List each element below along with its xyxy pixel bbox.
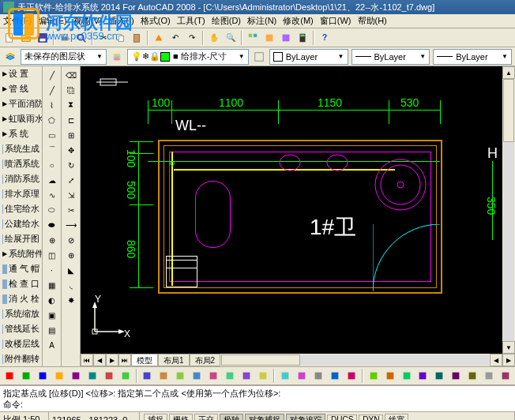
- layer-tool-icon[interactable]: [252, 49, 266, 65]
- line-icon[interactable]: ╱: [44, 68, 60, 82]
- arc-icon[interactable]: ⌒: [44, 143, 60, 157]
- sidebar-item[interactable]: 通 气 帽: [0, 261, 42, 276]
- menu-item[interactable]: 窗口(W): [320, 15, 351, 27]
- sidebar-item[interactable]: 绘展开图: [0, 231, 42, 246]
- sidebar-item[interactable]: 喷洒系统: [0, 156, 42, 171]
- domain-tool-icon[interactable]: [366, 368, 382, 384]
- sidebar-item[interactable]: 排水原理: [0, 186, 42, 201]
- block-icon[interactable]: ◫: [44, 248, 60, 262]
- sidebar-item[interactable]: 消 火 栓: [0, 291, 42, 306]
- trim-icon[interactable]: ✂: [63, 203, 79, 217]
- status-toggle[interactable]: 对象追踪: [286, 414, 325, 421]
- domain-tool-icon[interactable]: [85, 368, 100, 384]
- layer-combo[interactable]: 💡❄🔒 ■ 给排水-尺寸 ▼: [127, 49, 249, 65]
- spline-icon[interactable]: ∿: [44, 188, 60, 202]
- scroll-down-icon[interactable]: ▼: [502, 341, 515, 354]
- circle-icon[interactable]: ○: [44, 158, 60, 172]
- copy-icon[interactable]: [112, 30, 128, 46]
- status-toggle[interactable]: 对象捕捉: [245, 414, 284, 421]
- tool-icon[interactable]: [245, 30, 261, 46]
- domain-tool-icon[interactable]: [255, 368, 271, 384]
- layer-states-icon[interactable]: [110, 49, 124, 65]
- menu-item[interactable]: 修改(M): [283, 15, 314, 27]
- mirror-icon[interactable]: ⧗: [63, 98, 79, 112]
- menu-item[interactable]: 编辑(E): [38, 15, 67, 27]
- domain-tool-icon[interactable]: [18, 368, 34, 384]
- sidebar-item[interactable]: ▶系统附件: [0, 246, 42, 261]
- point-icon[interactable]: ·: [44, 263, 60, 277]
- domain-tool-icon[interactable]: [431, 368, 447, 384]
- menu-item[interactable]: 视图(V): [73, 15, 103, 27]
- ellipse-icon[interactable]: ⬭: [44, 203, 60, 217]
- domain-tool-icon[interactable]: [481, 368, 497, 384]
- cut-icon[interactable]: ✂: [96, 30, 111, 46]
- status-toggle[interactable]: 正交: [194, 414, 218, 421]
- revcloud-icon[interactable]: ☁: [44, 173, 60, 187]
- domain-tool-icon[interactable]: [118, 368, 133, 384]
- polygon-icon[interactable]: ⬠: [44, 113, 60, 127]
- domain-tool-icon[interactable]: [2, 368, 17, 384]
- vertical-scrollbar[interactable]: ▲ ▼: [502, 66, 515, 354]
- menu-item[interactable]: 工具(T): [177, 15, 205, 27]
- hatch-icon[interactable]: ▦: [44, 278, 60, 292]
- sidebar-item[interactable]: ▶设 置: [0, 66, 42, 81]
- save-icon[interactable]: [35, 30, 51, 46]
- command-line[interactable]: 指定基点或 [位移(D)] <位移>: 指定第二个点或 <使用第一个点作为位移>…: [0, 385, 515, 411]
- xline-icon[interactable]: ╱: [44, 83, 60, 97]
- rect-icon[interactable]: ▭: [44, 128, 60, 142]
- calc-icon[interactable]: [295, 30, 310, 46]
- tool3-icon[interactable]: [278, 30, 294, 46]
- scale-icon[interactable]: ⤢: [63, 173, 79, 187]
- linetype-combo[interactable]: ByLayer ▼: [351, 49, 430, 65]
- preview-icon[interactable]: [73, 30, 89, 46]
- domain-tool-icon[interactable]: [189, 368, 205, 384]
- ellipsearc-icon[interactable]: ⬬: [44, 218, 60, 232]
- drawing-area[interactable]: 100 1100 1150 530 WL-- 100 500 860: [81, 66, 515, 366]
- domain-tool-icon[interactable]: [205, 368, 221, 384]
- lineweight-combo[interactable]: ByLayer ▼: [433, 49, 512, 65]
- domain-tool-icon[interactable]: [68, 368, 84, 384]
- layout-tab[interactable]: 布局2: [190, 354, 221, 366]
- sidebar-item[interactable]: 系统缩放: [0, 306, 42, 321]
- status-toggle[interactable]: 极轴: [220, 414, 243, 421]
- sidebar-item[interactable]: 消防系统: [0, 171, 42, 186]
- open-icon[interactable]: [18, 30, 34, 46]
- status-toggle[interactable]: DYN: [359, 414, 383, 420]
- insert-icon[interactable]: ⊕: [44, 233, 60, 247]
- menu-item[interactable]: 标注(N): [247, 15, 276, 27]
- domain-tool-icon[interactable]: [310, 368, 326, 384]
- color-combo[interactable]: ByLayer ▼: [269, 49, 348, 65]
- undo-icon[interactable]: ↶: [167, 30, 183, 46]
- domain-tool-icon[interactable]: [399, 368, 415, 384]
- match-icon[interactable]: [151, 30, 167, 46]
- pline-icon[interactable]: ⌇: [44, 98, 60, 112]
- domain-tool-icon[interactable]: [448, 368, 464, 384]
- layout-tab[interactable]: 模型: [131, 354, 158, 366]
- erase-icon[interactable]: ⌫: [63, 68, 79, 82]
- paste-icon[interactable]: [129, 30, 145, 46]
- join-icon[interactable]: ⊕: [63, 248, 79, 262]
- mtext-icon[interactable]: A: [44, 338, 60, 352]
- layer-filter-combo[interactable]: 未保存的图层状 ▼: [21, 49, 107, 65]
- domain-tool-icon[interactable]: [156, 368, 171, 384]
- break-icon[interactable]: ⊘: [63, 233, 79, 247]
- scroll-up-icon[interactable]: ▲: [502, 66, 515, 79]
- zoom-icon[interactable]: 🔍: [223, 30, 239, 46]
- domain-tool-icon[interactable]: [327, 368, 343, 384]
- sidebar-item[interactable]: 系统生成: [0, 141, 42, 156]
- chamfer-icon[interactable]: ◣: [63, 263, 79, 277]
- scroll-thumb[interactable]: [503, 79, 514, 142]
- tab-last-icon[interactable]: ⏭: [118, 354, 131, 366]
- status-toggle[interactable]: DUCS: [327, 414, 357, 420]
- domain-tool-icon[interactable]: [101, 368, 117, 384]
- sidebar-item[interactable]: ▶虹吸雨水: [0, 111, 42, 126]
- sidebar-item[interactable]: ▶平面消防: [0, 96, 42, 111]
- domain-tool-icon[interactable]: [222, 368, 238, 384]
- explode-icon[interactable]: ✸: [63, 293, 79, 307]
- sidebar-item[interactable]: 管线延长: [0, 321, 42, 336]
- domain-tool-icon[interactable]: [140, 368, 156, 384]
- sidebar-item[interactable]: 住宅给水: [0, 201, 42, 216]
- menu-item[interactable]: 插入(I): [108, 15, 133, 27]
- status-toggle[interactable]: 栅格: [169, 414, 193, 421]
- domain-tool-icon[interactable]: [35, 368, 51, 384]
